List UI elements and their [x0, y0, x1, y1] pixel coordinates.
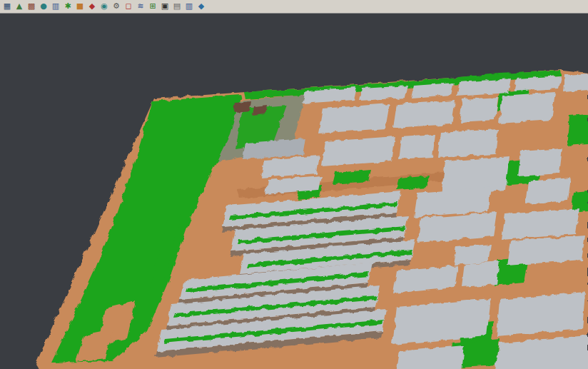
pointcloud-scene [36, 70, 588, 369]
globe-icon[interactable]: ● [38, 1, 49, 12]
zoom-region-icon[interactable]: ◻ [123, 1, 134, 12]
bldg-mid-5 [438, 129, 498, 158]
orthophoto-icon[interactable]: ■ [74, 1, 86, 12]
bldg-mid-3 [322, 136, 395, 166]
bldg-big-4 [499, 92, 555, 123]
bldg-right-1 [518, 148, 562, 176]
layers-icon[interactable]: ▥ [50, 1, 61, 12]
render-icon[interactable]: ▤ [171, 1, 183, 12]
classification-icon[interactable]: ▩ [26, 1, 37, 12]
measure-icon[interactable]: ◆ [196, 1, 207, 12]
app-window: ▦▲▩●▥✱■◆◉⚙◻≋⊞▣▤▥◆ [0, 0, 588, 369]
bldg-right-2 [525, 178, 571, 204]
bldg-far-6 [564, 74, 588, 92]
bldg-mid-4 [398, 135, 435, 159]
histogram-icon[interactable]: ▥ [183, 1, 195, 12]
rust-structure-1 [234, 101, 251, 112]
attribute-table-icon[interactable]: ⊞ [147, 1, 158, 12]
snapshot-icon[interactable]: ▣ [159, 1, 171, 12]
scene-svg [0, 14, 588, 369]
display-grid-icon[interactable]: ▦ [1, 1, 13, 12]
elevation-model-icon[interactable]: ▲ [14, 1, 25, 12]
bldg-big-3 [460, 97, 498, 122]
toolbar: ▦▲▩●▥✱■◆◉⚙◻≋⊞▣▤▥◆ [0, 0, 588, 14]
sphere-view-icon[interactable]: ◉ [98, 1, 110, 12]
profile-tool-icon[interactable]: ≋ [135, 1, 146, 12]
point-classes-icon[interactable]: ◆ [86, 1, 98, 12]
viewport-3d[interactable] [0, 14, 588, 369]
rust-structure-2 [253, 105, 267, 116]
settings-gear-icon[interactable]: ⚙ [111, 1, 122, 12]
bldg-small-right [454, 244, 491, 265]
bldg-bot-2 [462, 261, 500, 287]
vegetation-filter-icon[interactable]: ✱ [62, 1, 74, 12]
bldg-big-2 [393, 101, 455, 128]
veg-right-edge [567, 114, 588, 146]
